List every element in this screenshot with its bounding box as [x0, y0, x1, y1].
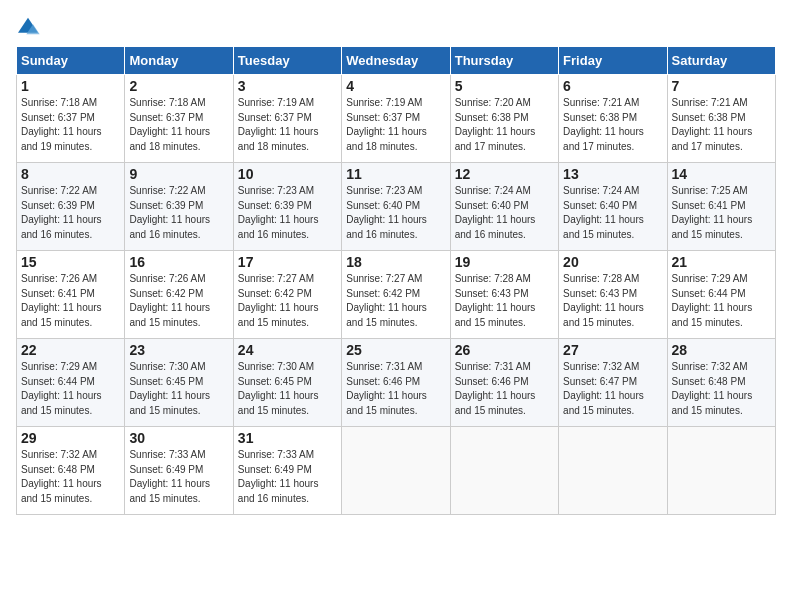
calendar-week-4: 22Sunrise: 7:29 AM Sunset: 6:44 PM Dayli…	[17, 339, 776, 427]
calendar-header-thursday: Thursday	[450, 47, 558, 75]
day-number: 5	[455, 78, 554, 94]
calendar-cell: 19Sunrise: 7:28 AM Sunset: 6:43 PM Dayli…	[450, 251, 558, 339]
calendar-header-monday: Monday	[125, 47, 233, 75]
calendar-cell	[667, 427, 775, 515]
calendar-cell: 31Sunrise: 7:33 AM Sunset: 6:49 PM Dayli…	[233, 427, 341, 515]
page-header	[16, 16, 776, 36]
calendar-cell: 25Sunrise: 7:31 AM Sunset: 6:46 PM Dayli…	[342, 339, 450, 427]
calendar-cell: 21Sunrise: 7:29 AM Sunset: 6:44 PM Dayli…	[667, 251, 775, 339]
day-number: 21	[672, 254, 771, 270]
calendar-cell: 4Sunrise: 7:19 AM Sunset: 6:37 PM Daylig…	[342, 75, 450, 163]
calendar-cell: 24Sunrise: 7:30 AM Sunset: 6:45 PM Dayli…	[233, 339, 341, 427]
day-number: 29	[21, 430, 120, 446]
day-number: 28	[672, 342, 771, 358]
day-detail: Sunrise: 7:18 AM Sunset: 6:37 PM Dayligh…	[21, 96, 120, 154]
day-detail: Sunrise: 7:24 AM Sunset: 6:40 PM Dayligh…	[563, 184, 662, 242]
calendar-cell: 11Sunrise: 7:23 AM Sunset: 6:40 PM Dayli…	[342, 163, 450, 251]
day-number: 30	[129, 430, 228, 446]
logo	[16, 16, 42, 36]
day-detail: Sunrise: 7:28 AM Sunset: 6:43 PM Dayligh…	[455, 272, 554, 330]
day-detail: Sunrise: 7:24 AM Sunset: 6:40 PM Dayligh…	[455, 184, 554, 242]
day-detail: Sunrise: 7:18 AM Sunset: 6:37 PM Dayligh…	[129, 96, 228, 154]
calendar-cell: 23Sunrise: 7:30 AM Sunset: 6:45 PM Dayli…	[125, 339, 233, 427]
day-number: 8	[21, 166, 120, 182]
day-detail: Sunrise: 7:22 AM Sunset: 6:39 PM Dayligh…	[21, 184, 120, 242]
calendar-cell: 14Sunrise: 7:25 AM Sunset: 6:41 PM Dayli…	[667, 163, 775, 251]
day-detail: Sunrise: 7:21 AM Sunset: 6:38 PM Dayligh…	[563, 96, 662, 154]
day-number: 20	[563, 254, 662, 270]
calendar-cell: 15Sunrise: 7:26 AM Sunset: 6:41 PM Dayli…	[17, 251, 125, 339]
day-detail: Sunrise: 7:33 AM Sunset: 6:49 PM Dayligh…	[238, 448, 337, 506]
day-number: 10	[238, 166, 337, 182]
day-detail: Sunrise: 7:29 AM Sunset: 6:44 PM Dayligh…	[672, 272, 771, 330]
calendar-cell: 28Sunrise: 7:32 AM Sunset: 6:48 PM Dayli…	[667, 339, 775, 427]
calendar-week-2: 8Sunrise: 7:22 AM Sunset: 6:39 PM Daylig…	[17, 163, 776, 251]
calendar-cell: 17Sunrise: 7:27 AM Sunset: 6:42 PM Dayli…	[233, 251, 341, 339]
calendar-header-wednesday: Wednesday	[342, 47, 450, 75]
day-detail: Sunrise: 7:33 AM Sunset: 6:49 PM Dayligh…	[129, 448, 228, 506]
calendar-cell: 29Sunrise: 7:32 AM Sunset: 6:48 PM Dayli…	[17, 427, 125, 515]
day-number: 24	[238, 342, 337, 358]
day-number: 7	[672, 78, 771, 94]
day-detail: Sunrise: 7:29 AM Sunset: 6:44 PM Dayligh…	[21, 360, 120, 418]
day-detail: Sunrise: 7:20 AM Sunset: 6:38 PM Dayligh…	[455, 96, 554, 154]
day-detail: Sunrise: 7:28 AM Sunset: 6:43 PM Dayligh…	[563, 272, 662, 330]
day-number: 15	[21, 254, 120, 270]
calendar-cell: 1Sunrise: 7:18 AM Sunset: 6:37 PM Daylig…	[17, 75, 125, 163]
day-detail: Sunrise: 7:27 AM Sunset: 6:42 PM Dayligh…	[346, 272, 445, 330]
day-detail: Sunrise: 7:26 AM Sunset: 6:42 PM Dayligh…	[129, 272, 228, 330]
day-number: 19	[455, 254, 554, 270]
day-detail: Sunrise: 7:30 AM Sunset: 6:45 PM Dayligh…	[129, 360, 228, 418]
day-number: 22	[21, 342, 120, 358]
day-number: 3	[238, 78, 337, 94]
day-number: 14	[672, 166, 771, 182]
day-detail: Sunrise: 7:22 AM Sunset: 6:39 PM Dayligh…	[129, 184, 228, 242]
calendar-cell: 2Sunrise: 7:18 AM Sunset: 6:37 PM Daylig…	[125, 75, 233, 163]
day-detail: Sunrise: 7:26 AM Sunset: 6:41 PM Dayligh…	[21, 272, 120, 330]
day-number: 1	[21, 78, 120, 94]
calendar-cell: 5Sunrise: 7:20 AM Sunset: 6:38 PM Daylig…	[450, 75, 558, 163]
calendar-cell: 8Sunrise: 7:22 AM Sunset: 6:39 PM Daylig…	[17, 163, 125, 251]
calendar-cell: 20Sunrise: 7:28 AM Sunset: 6:43 PM Dayli…	[559, 251, 667, 339]
day-detail: Sunrise: 7:23 AM Sunset: 6:40 PM Dayligh…	[346, 184, 445, 242]
calendar-cell: 26Sunrise: 7:31 AM Sunset: 6:46 PM Dayli…	[450, 339, 558, 427]
day-number: 16	[129, 254, 228, 270]
calendar-header-friday: Friday	[559, 47, 667, 75]
day-number: 6	[563, 78, 662, 94]
day-detail: Sunrise: 7:32 AM Sunset: 6:48 PM Dayligh…	[21, 448, 120, 506]
calendar-cell: 27Sunrise: 7:32 AM Sunset: 6:47 PM Dayli…	[559, 339, 667, 427]
day-number: 18	[346, 254, 445, 270]
day-number: 31	[238, 430, 337, 446]
day-number: 17	[238, 254, 337, 270]
day-detail: Sunrise: 7:31 AM Sunset: 6:46 PM Dayligh…	[346, 360, 445, 418]
day-detail: Sunrise: 7:32 AM Sunset: 6:48 PM Dayligh…	[672, 360, 771, 418]
calendar-cell: 12Sunrise: 7:24 AM Sunset: 6:40 PM Dayli…	[450, 163, 558, 251]
calendar-table: SundayMondayTuesdayWednesdayThursdayFrid…	[16, 46, 776, 515]
day-number: 12	[455, 166, 554, 182]
day-detail: Sunrise: 7:19 AM Sunset: 6:37 PM Dayligh…	[346, 96, 445, 154]
day-detail: Sunrise: 7:27 AM Sunset: 6:42 PM Dayligh…	[238, 272, 337, 330]
calendar-week-5: 29Sunrise: 7:32 AM Sunset: 6:48 PM Dayli…	[17, 427, 776, 515]
day-number: 23	[129, 342, 228, 358]
day-number: 11	[346, 166, 445, 182]
calendar-body: 1Sunrise: 7:18 AM Sunset: 6:37 PM Daylig…	[17, 75, 776, 515]
calendar-header-tuesday: Tuesday	[233, 47, 341, 75]
day-detail: Sunrise: 7:32 AM Sunset: 6:47 PM Dayligh…	[563, 360, 662, 418]
calendar-cell	[559, 427, 667, 515]
logo-icon	[16, 16, 40, 36]
calendar-cell: 3Sunrise: 7:19 AM Sunset: 6:37 PM Daylig…	[233, 75, 341, 163]
day-detail: Sunrise: 7:21 AM Sunset: 6:38 PM Dayligh…	[672, 96, 771, 154]
calendar-cell: 10Sunrise: 7:23 AM Sunset: 6:39 PM Dayli…	[233, 163, 341, 251]
calendar-cell	[450, 427, 558, 515]
day-number: 2	[129, 78, 228, 94]
day-number: 13	[563, 166, 662, 182]
day-detail: Sunrise: 7:23 AM Sunset: 6:39 PM Dayligh…	[238, 184, 337, 242]
calendar-cell: 9Sunrise: 7:22 AM Sunset: 6:39 PM Daylig…	[125, 163, 233, 251]
day-detail: Sunrise: 7:19 AM Sunset: 6:37 PM Dayligh…	[238, 96, 337, 154]
calendar-cell: 18Sunrise: 7:27 AM Sunset: 6:42 PM Dayli…	[342, 251, 450, 339]
calendar-cell: 7Sunrise: 7:21 AM Sunset: 6:38 PM Daylig…	[667, 75, 775, 163]
calendar-cell: 13Sunrise: 7:24 AM Sunset: 6:40 PM Dayli…	[559, 163, 667, 251]
calendar-cell	[342, 427, 450, 515]
calendar-cell: 6Sunrise: 7:21 AM Sunset: 6:38 PM Daylig…	[559, 75, 667, 163]
calendar-header-saturday: Saturday	[667, 47, 775, 75]
